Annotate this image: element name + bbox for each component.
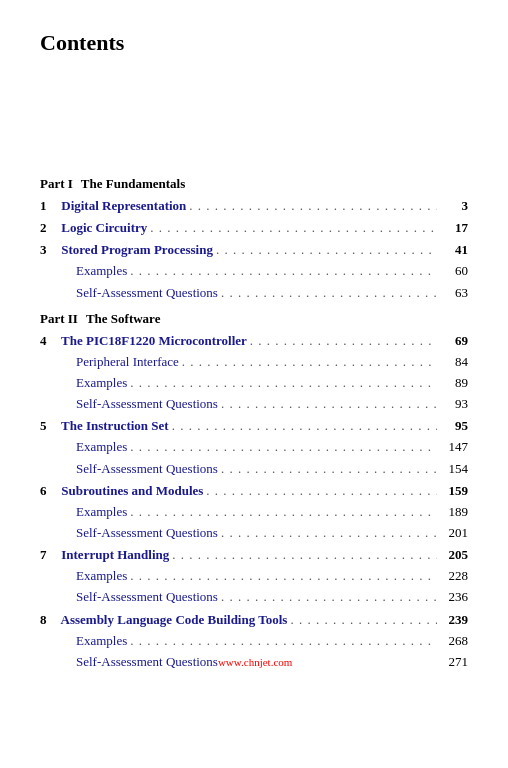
sub-entry-5-1[interactable]: Self-Assessment Questions . . . . . . . … — [40, 459, 468, 479]
sub-entry-7-1[interactable]: Self-Assessment Questions . . . . . . . … — [40, 587, 468, 607]
sub-title: Self-Assessment Questions — [76, 283, 218, 303]
chapter-title: The PIC18F1220 Microcontroller — [58, 331, 247, 351]
dots: . . . . . . . . . . . . . . . . . . . . … — [150, 218, 437, 238]
chapter-title: Interrupt Handling — [58, 545, 169, 565]
sub-page: 89 — [440, 373, 468, 393]
dots: . . . . . . . . . . . . . . . . . . . . … — [221, 459, 437, 479]
chapter-entry-4[interactable]: 4 The PIC18F1220 Microcontroller . . . .… — [40, 331, 468, 351]
sub-entry-8-0[interactable]: Examples . . . . . . . . . . . . . . . .… — [40, 631, 468, 651]
dots: . . . . . . . . . . . . . . . . . . . . … — [182, 352, 437, 372]
dots: . . . . . . . . . . . . . . . . . . . . … — [216, 240, 437, 260]
chapter-page: 205 — [440, 545, 468, 565]
sub-entry-4-0[interactable]: Peripheral Interface . . . . . . . . . .… — [40, 352, 468, 372]
sub-title: Self-Assessment Questions — [76, 652, 218, 672]
sub-title: Examples — [76, 502, 127, 522]
sub-page: 63 — [440, 283, 468, 303]
chapter-title: The Instruction Set — [58, 416, 169, 436]
dots: . . . . . . . . . . . . . . . . . . . . … — [130, 631, 437, 651]
chapter-entry-2[interactable]: 2 Logic Circuitry . . . . . . . . . . . … — [40, 218, 468, 238]
chapter-entry-5[interactable]: 5 The Instruction Set . . . . . . . . . … — [40, 416, 468, 436]
dots: . . . . . . . . . . . . . . . . . . . . … — [172, 545, 437, 565]
sub-title: Examples — [76, 566, 127, 586]
dots: . . . . . . . . . . . . . . . . . . . . … — [130, 566, 437, 586]
sub-title: Examples — [76, 437, 127, 457]
sub-page: 268 — [440, 631, 468, 651]
watermark: www.chnjet.com — [218, 654, 292, 671]
sub-title: Self-Assessment Questions — [76, 394, 218, 414]
chapter-page: 159 — [440, 481, 468, 501]
chapter-entry-7[interactable]: 7 Interrupt Handling . . . . . . . . . .… — [40, 545, 468, 565]
toc-container: Part IThe Fundamentals1 Digital Represen… — [40, 176, 468, 672]
page-title: Contents — [40, 30, 468, 56]
dots: . . . . . . . . . . . . . . . . . . . . … — [206, 481, 437, 501]
sub-entry-8-1[interactable]: Self-Assessment Questionswww.chnjet.com2… — [40, 652, 468, 672]
sub-title: Examples — [76, 261, 127, 281]
sub-title: Examples — [76, 373, 127, 393]
sub-entry-3-1[interactable]: Self-Assessment Questions . . . . . . . … — [40, 283, 468, 303]
dots: . . . . . . . . . . . . . . . . . . . . … — [172, 416, 437, 436]
sub-title: Self-Assessment Questions — [76, 523, 218, 543]
chapter-number: 6 — [40, 481, 58, 501]
sub-page: 201 — [440, 523, 468, 543]
sub-title: Peripheral Interface — [76, 352, 179, 372]
sub-page: 154 — [440, 459, 468, 479]
chapter-entry-3[interactable]: 3 Stored Program Processing . . . . . . … — [40, 240, 468, 260]
sub-title: Examples — [76, 631, 127, 651]
chapter-entry-8[interactable]: 8 Assembly Language Code Building Tools … — [40, 610, 468, 630]
chapter-page: 239 — [440, 610, 468, 630]
sub-entry-7-0[interactable]: Examples . . . . . . . . . . . . . . . .… — [40, 566, 468, 586]
sub-page: 147 — [440, 437, 468, 457]
sub-entry-3-0[interactable]: Examples . . . . . . . . . . . . . . . .… — [40, 261, 468, 281]
sub-title: Self-Assessment Questions — [76, 459, 218, 479]
sub-page: 271 — [440, 652, 468, 672]
part-label: Part I — [40, 176, 73, 192]
sub-entry-4-2[interactable]: Self-Assessment Questions . . . . . . . … — [40, 394, 468, 414]
sub-entry-6-0[interactable]: Examples . . . . . . . . . . . . . . . .… — [40, 502, 468, 522]
chapter-number: 5 — [40, 416, 58, 436]
dots: . . . . . . . . . . . . . . . . . . . . … — [221, 283, 437, 303]
part-title: The Fundamentals — [81, 176, 185, 192]
chapter-title: Assembly Language Code Building Tools — [58, 610, 287, 630]
dots: . . . . . . . . . . . . . . . . . . . . … — [290, 610, 437, 630]
chapter-page: 3 — [440, 196, 468, 216]
sub-page: 93 — [440, 394, 468, 414]
part-heading-part1: Part IThe Fundamentals — [40, 176, 468, 192]
dots: . . . . . . . . . . . . . . . . . . . . … — [221, 394, 437, 414]
sub-page: 236 — [440, 587, 468, 607]
dots: . . . . . . . . . . . . . . . . . . . . … — [221, 523, 437, 543]
sub-title: Self-Assessment Questions — [76, 587, 218, 607]
chapter-entry-6[interactable]: 6 Subroutines and Modules . . . . . . . … — [40, 481, 468, 501]
dots: . . . . . . . . . . . . . . . . . . . . … — [221, 587, 437, 607]
sub-page: 84 — [440, 352, 468, 372]
chapter-page: 17 — [440, 218, 468, 238]
chapter-title: Stored Program Processing — [58, 240, 213, 260]
sub-entry-5-0[interactable]: Examples . . . . . . . . . . . . . . . .… — [40, 437, 468, 457]
dots: . . . . . . . . . . . . . . . . . . . . … — [130, 437, 437, 457]
chapter-title: Logic Circuitry — [58, 218, 147, 238]
chapter-entry-1[interactable]: 1 Digital Representation . . . . . . . .… — [40, 196, 468, 216]
chapter-page: 69 — [440, 331, 468, 351]
sub-page: 60 — [440, 261, 468, 281]
dots: . . . . . . . . . . . . . . . . . . . . … — [130, 373, 437, 393]
part-title: The Software — [86, 311, 161, 327]
chapter-number: 3 — [40, 240, 58, 260]
chapter-title: Digital Representation — [58, 196, 186, 216]
chapter-number: 4 — [40, 331, 58, 351]
chapter-number: 1 — [40, 196, 58, 216]
dots: . . . . . . . . . . . . . . . . . . . . … — [189, 196, 437, 216]
part-label: Part II — [40, 311, 78, 327]
sub-page: 228 — [440, 566, 468, 586]
chapter-number: 7 — [40, 545, 58, 565]
sub-page: 189 — [440, 502, 468, 522]
chapter-number: 8 — [40, 610, 58, 630]
chapter-number: 2 — [40, 218, 58, 238]
dots: . . . . . . . . . . . . . . . . . . . . … — [250, 331, 437, 351]
sub-entry-6-1[interactable]: Self-Assessment Questions . . . . . . . … — [40, 523, 468, 543]
chapter-page: 95 — [440, 416, 468, 436]
chapter-page: 41 — [440, 240, 468, 260]
part-heading-part2: Part IIThe Software — [40, 311, 468, 327]
sub-entry-4-1[interactable]: Examples . . . . . . . . . . . . . . . .… — [40, 373, 468, 393]
chapter-title: Subroutines and Modules — [58, 481, 203, 501]
dots: . . . . . . . . . . . . . . . . . . . . … — [130, 261, 437, 281]
dots: . . . . . . . . . . . . . . . . . . . . … — [130, 502, 437, 522]
